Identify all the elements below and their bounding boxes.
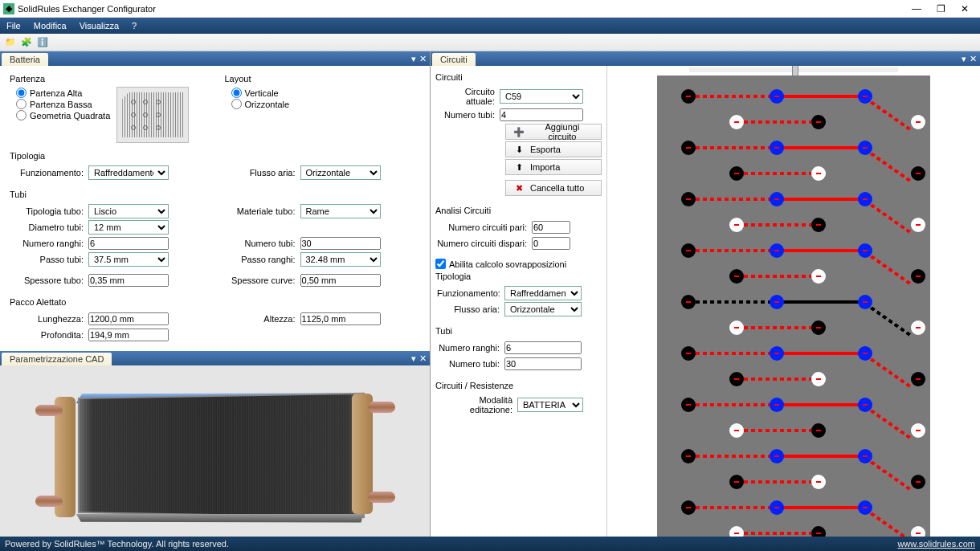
- circuiti-pin-icon[interactable]: ▾: [962, 54, 966, 64]
- toolbar-btn-3[interactable]: ℹ️: [35, 35, 50, 50]
- toolbar: 📁 🧩 ℹ️: [0, 34, 980, 51]
- circuiti-ranghi-input[interactable]: [504, 341, 582, 354]
- circuiti-group: Circuiti Circuito attuale:C59 Numero tub…: [435, 71, 602, 199]
- circuiti-dispari-input[interactable]: [532, 237, 570, 250]
- menu-modifica[interactable]: Modifica: [34, 21, 67, 31]
- batteria-close-icon[interactable]: ✕: [419, 54, 427, 64]
- altezza-input[interactable]: [300, 312, 381, 325]
- batteria-panel-header: Batteria ▾ ✕: [0, 51, 430, 66]
- delete-icon: ✖: [512, 183, 525, 194]
- tipologia-tubo-select[interactable]: Liscio: [88, 204, 169, 218]
- finned-thumbnail: [116, 87, 189, 143]
- profondita-input[interactable]: [88, 329, 169, 341]
- diametro-tubi-select[interactable]: 12 mm: [88, 220, 169, 235]
- tab-cad[interactable]: Parametrizzazione CAD: [2, 353, 112, 365]
- menubar: File Modifica Visualizza ?: [0, 18, 980, 34]
- flusso-aria-select[interactable]: Orizzontale: [300, 165, 381, 180]
- circuiti-numero-tubi-input[interactable]: [500, 108, 583, 121]
- circuiti-flusso-select[interactable]: Orizzontale: [504, 302, 582, 316]
- app-title: SolidRules Exchanger Configurator: [18, 4, 904, 14]
- modalita-editazione-select[interactable]: BATTERIA: [517, 398, 583, 412]
- app-icon: ◆: [3, 3, 14, 14]
- partenza-alta-radio[interactable]: Partenza Alta: [16, 88, 110, 98]
- cad-close-icon[interactable]: ✕: [419, 353, 427, 364]
- menu-visualizza[interactable]: Visualizza: [80, 21, 119, 31]
- esporta-button[interactable]: ⬇Esporta: [505, 141, 602, 157]
- spessore-tubo-input[interactable]: [88, 274, 169, 287]
- minimize-button[interactable]: —: [904, 1, 929, 17]
- importa-button[interactable]: ⬆Importa: [505, 159, 602, 175]
- abilita-sovrapposizioni-check[interactable]: Abilita calcolo sovrapposizioni: [435, 259, 602, 269]
- analisi-group: Analisi Circuiti Numero circuiti pari: N…: [435, 204, 602, 254]
- aggiungi-circuito-button[interactable]: ➕Aggiungi circuito: [505, 124, 602, 140]
- cad-pin-icon[interactable]: ▾: [411, 353, 416, 364]
- status-link[interactable]: www.solidrules.com: [897, 539, 975, 549]
- passo-tubi-select[interactable]: 37.5 mm: [88, 252, 169, 267]
- tubi-group: Tubi Tipologia tubo:Liscio Diametro tubi…: [10, 188, 420, 291]
- circuiti-ntubi-input[interactable]: [504, 357, 582, 370]
- numero-tubi-input[interactable]: [300, 237, 381, 250]
- import-icon: ⬆: [512, 162, 525, 173]
- tab-batteria[interactable]: Batteria: [2, 53, 48, 66]
- passo-ranghi-select[interactable]: 32.48 mm: [300, 252, 381, 267]
- batteria-pin-icon[interactable]: ▾: [411, 54, 416, 64]
- cad-viewport[interactable]: [0, 365, 430, 537]
- circuiti-tipologia-group: Tipologia Funzionamento:Raffreddamento F…: [435, 270, 602, 320]
- circuiti-resistenze-group: Circuiti / Resistenze Modalità editazion…: [435, 379, 602, 418]
- circuiti-pari-input[interactable]: [532, 221, 570, 234]
- tipologia-group: Tipologia Funzionamento:Raffreddamento F…: [10, 149, 420, 183]
- status-text: Powered by SolidRules™ Technology. All r…: [5, 539, 229, 549]
- circuiti-close-icon[interactable]: ✕: [970, 54, 977, 64]
- circuito-attuale-select[interactable]: C59: [500, 89, 583, 104]
- circuiti-tubi-group: Tubi Numero ranghi: Numero tubi:: [435, 324, 602, 374]
- circuiti-panel-header: Circuiti ▾ ✕: [431, 51, 980, 66]
- statusbar: Powered by SolidRules™ Technology. All r…: [0, 537, 980, 551]
- cad-panel-header: Parametrizzazione CAD ▾ ✕: [0, 351, 430, 365]
- cancella-tutto-button[interactable]: ✖Cancella tutto: [505, 180, 602, 196]
- layout-group: Layout Verticale Orizzontale: [225, 72, 421, 112]
- layout-orizzontale-radio[interactable]: Orizzontale: [231, 99, 421, 109]
- tab-circuiti[interactable]: Circuiti: [432, 53, 476, 66]
- titlebar: ◆ SolidRules Exchanger Configurator — ❐ …: [0, 0, 980, 18]
- spessore-curve-input[interactable]: [300, 274, 381, 287]
- toolbar-btn-1[interactable]: 📁: [3, 35, 18, 50]
- lunghezza-input[interactable]: [88, 312, 169, 325]
- menu-file[interactable]: File: [6, 21, 21, 31]
- funzionamento-select[interactable]: Raffreddamento: [88, 165, 169, 180]
- toolbar-btn-2[interactable]: 🧩: [19, 35, 34, 50]
- export-icon: ⬇: [512, 145, 525, 155]
- circuiti-funzionamento-select[interactable]: Raffreddamento: [504, 286, 582, 300]
- partenza-group: Partenza Partenza Alta Partenza Bassa Ge…: [10, 72, 206, 145]
- numero-ranghi-input[interactable]: [88, 237, 169, 250]
- materiale-tubo-select[interactable]: Rame: [300, 204, 381, 218]
- partenza-bassa-radio[interactable]: Partenza Bassa: [16, 99, 110, 109]
- pacco-group: Pacco Alettato Lunghezza: Profondita: Al…: [10, 296, 420, 345]
- partenza-quadrata-radio[interactable]: Geometria Quadrata: [16, 110, 110, 120]
- exchanger-3d-model: [31, 371, 400, 532]
- close-button[interactable]: ✕: [953, 1, 977, 17]
- menu-help[interactable]: ?: [132, 21, 137, 31]
- layout-verticale-radio[interactable]: Verticale: [231, 88, 421, 98]
- canvas-scroll-slider[interactable]: [689, 67, 898, 72]
- circuits-canvas[interactable]: [607, 66, 980, 537]
- plus-icon: ➕: [512, 127, 525, 137]
- maximize-button[interactable]: ❐: [929, 1, 953, 17]
